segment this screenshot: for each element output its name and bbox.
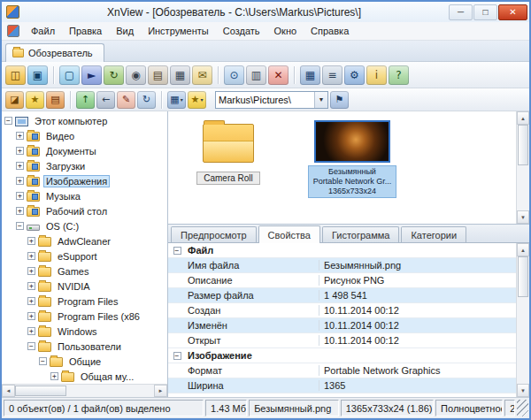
menu-item[interactable]: Создать (216, 23, 267, 39)
convert-icon[interactable]: ↻ (104, 65, 124, 85)
tree-item[interactable]: +NVIDIA (2, 279, 167, 294)
resize-grip[interactable] (517, 400, 528, 416)
help-icon[interactable]: ? (389, 65, 409, 85)
tab-browser[interactable]: Обозреватель (5, 43, 104, 62)
address-input[interactable] (216, 92, 314, 108)
tree-item[interactable]: +AdwCleaner (2, 233, 167, 248)
scroll-down-icon[interactable]: ▼ (517, 384, 529, 397)
mail-icon[interactable]: ✉ (192, 65, 212, 85)
property-row[interactable]: Открыт10.11.2014 00:12 (168, 333, 516, 348)
delete-icon[interactable]: ✕ (268, 65, 289, 85)
tree-item[interactable]: −Общие (2, 354, 167, 369)
tree-expander-icon[interactable]: + (16, 207, 24, 215)
menu-item[interactable]: Вид (109, 23, 141, 39)
tree-expander-icon[interactable]: + (50, 372, 58, 380)
tree-item[interactable]: −Этот компьютер (2, 113, 167, 128)
detail-tab[interactable]: Категории (401, 226, 466, 242)
menu-item[interactable]: Инструменты (141, 23, 216, 39)
detail-tab[interactable]: Свойства (258, 225, 320, 243)
property-row[interactable]: ОписаниеРисунок PNG (168, 273, 516, 288)
tree-item[interactable]: +eSupport (2, 248, 167, 263)
edit-icon[interactable]: ✎ (117, 91, 135, 109)
tree-expander-icon[interactable]: − (39, 357, 47, 365)
property-row[interactable]: ФорматPortable Network Graphics (168, 363, 516, 378)
menu-item[interactable]: Файл (24, 23, 62, 39)
tree-expander-icon[interactable]: − (27, 342, 35, 350)
collapse-icon[interactable]: − (173, 247, 181, 255)
back-icon[interactable]: ← (96, 91, 115, 109)
view-mode-icon[interactable]: ▦▾ (167, 91, 186, 109)
property-row[interactable]: Размер файла1 498 541 (168, 288, 516, 303)
viewer-icon[interactable]: ▣ (27, 65, 48, 85)
tree-expander-icon[interactable]: + (27, 327, 35, 335)
info-icon[interactable]: i (366, 65, 387, 85)
detail-tab[interactable]: Гистограмма (322, 226, 400, 242)
slideshow-icon[interactable]: ► (81, 65, 102, 85)
minimize-button[interactable]: ─ (449, 4, 473, 20)
copy-icon[interactable]: ▥ (246, 65, 266, 85)
fullscreen-icon[interactable]: ▢ (59, 65, 80, 85)
scroll-right-icon[interactable]: ► (154, 385, 167, 397)
refresh-icon[interactable]: ↻ (137, 91, 156, 109)
detail-tab[interactable]: Предпросмотр (171, 226, 257, 242)
scrollbar-thumb[interactable] (15, 386, 66, 396)
scroll-left-icon[interactable]: ◄ (2, 385, 15, 397)
search-icon[interactable]: ⊙ (224, 65, 244, 85)
menu-item[interactable]: Окно (267, 23, 304, 39)
tree-expander-icon[interactable]: − (16, 222, 24, 230)
up-level-icon[interactable]: ↑ (76, 91, 95, 109)
tree-expander-icon[interactable]: + (16, 177, 24, 185)
address-dropdown-arrow-icon[interactable]: ▼ (314, 92, 327, 108)
tree-item[interactable]: −OS (C:) (2, 218, 167, 233)
browser-icon[interactable]: ◫ (5, 65, 26, 85)
property-row[interactable]: Изменён10.11.2014 00:12 (168, 318, 516, 333)
tree-item[interactable]: +Program Files (2, 294, 167, 309)
scroll-up-icon[interactable]: ▲ (517, 243, 529, 256)
tree-item[interactable]: +Рабочий стол (2, 203, 167, 218)
tree-item[interactable]: +Загрузки (2, 158, 167, 173)
tree-item[interactable]: +Музыка (2, 188, 167, 203)
tree-expander-icon[interactable]: + (27, 237, 35, 245)
property-row[interactable]: Имя файлаБезымянный.png (168, 258, 516, 273)
capture-icon[interactable]: ◉ (126, 65, 146, 85)
scanner-icon[interactable]: ▤ (148, 65, 168, 85)
property-section-row[interactable]: −Изображение (168, 348, 516, 363)
tree-expander-icon[interactable]: + (27, 252, 35, 260)
scrollbar-thumb[interactable] (518, 125, 528, 165)
tree-item[interactable]: +Games (2, 263, 167, 279)
maximize-button[interactable]: □ (473, 4, 497, 20)
tree-expander-icon[interactable]: + (16, 132, 24, 140)
favorites-star-icon[interactable]: ★ (26, 91, 44, 109)
collapse-icon[interactable]: − (173, 352, 181, 360)
tree-item[interactable]: −Пользователи (2, 339, 167, 354)
tree-item[interactable]: +Документы (2, 143, 167, 158)
tree-expander-icon[interactable]: + (16, 147, 24, 155)
tree-item[interactable]: +Изображения (2, 173, 167, 188)
tree-expander-icon[interactable]: + (16, 162, 24, 170)
thumbnails-icon[interactable]: ▦ (300, 65, 320, 85)
print-icon[interactable]: ▦ (170, 65, 190, 85)
property-row[interactable]: Ширина1365 (168, 378, 516, 393)
settings-gear-icon[interactable]: ⚙ (344, 65, 365, 85)
tree-expander-icon[interactable]: − (4, 117, 12, 125)
thumbnail-image-item[interactable]: БезымянныйPortable Network Gr...1365x733… (303, 118, 402, 224)
folders-pane-icon[interactable]: ◪ (5, 91, 24, 109)
scroll-down-icon[interactable]: ▼ (517, 210, 529, 224)
tree-expander-icon[interactable]: + (16, 192, 24, 200)
property-row[interactable]: Создан10.11.2014 00:12 (168, 303, 516, 318)
tree-item[interactable]: +Видео (2, 128, 167, 143)
property-section-row[interactable]: −Файл (168, 243, 516, 258)
tree-item[interactable]: +Windows (2, 324, 167, 339)
scrollbar-thumb[interactable] (518, 256, 528, 297)
tag-icon[interactable]: ⚑ (330, 91, 349, 109)
thumbnail-folder[interactable]: Camera Roll (179, 118, 278, 224)
filter-star-icon[interactable]: ★▾ (188, 91, 206, 109)
tree-expander-icon[interactable]: + (27, 267, 35, 275)
tree-expander-icon[interactable]: + (27, 282, 35, 290)
tree-expander-icon[interactable]: + (27, 312, 35, 320)
tree-expander-icon[interactable]: + (27, 297, 35, 305)
menu-item[interactable]: Справка (304, 23, 356, 39)
cards-icon[interactable]: ▤ (46, 91, 65, 109)
tree-item[interactable]: +Program Files (x86 (2, 309, 167, 324)
tree-item[interactable]: +Общая му... (2, 369, 167, 384)
